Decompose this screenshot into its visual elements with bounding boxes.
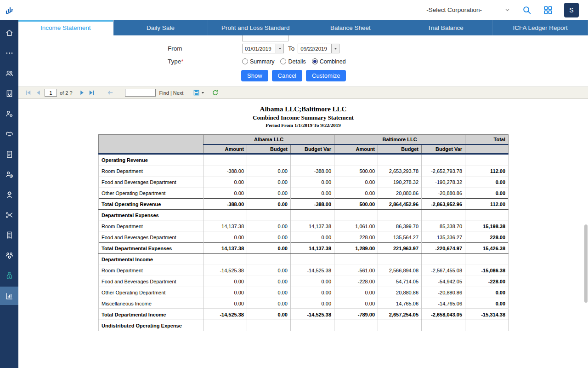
- row-value: [204, 254, 247, 265]
- user-avatar[interactable]: S: [564, 3, 579, 17]
- to-date-select[interactable]: 09/22/2019: [298, 44, 339, 53]
- users-icon: [5, 69, 14, 78]
- main-content: Income StatementDaily SaleProfit and Los…: [18, 20, 588, 368]
- row-label: Operating Revenue: [99, 154, 204, 166]
- row-label: Other Operating Department: [99, 287, 204, 298]
- to-date-value: 09/22/2019: [298, 44, 331, 53]
- sidebar-item-more-dots[interactable]: [0, 44, 18, 62]
- next-link[interactable]: Next: [173, 90, 184, 96]
- cancel-button[interactable]: Cancel: [272, 70, 302, 81]
- radio-label: Summary: [250, 58, 274, 65]
- row-value: -135,336.27: [422, 232, 465, 243]
- sidebar-item-money-bag[interactable]: [0, 266, 18, 285]
- corporation-select[interactable]: -Select Corporation-: [426, 6, 511, 13]
- row-value: [334, 320, 378, 331]
- sidebar-item-users-gear[interactable]: [0, 246, 18, 264]
- row-value: 0.00: [334, 287, 378, 298]
- row-value: [334, 254, 378, 265]
- sidebar-item-document-lines[interactable]: [0, 145, 18, 163]
- show-button[interactable]: Show: [241, 70, 268, 81]
- sidebar-item-bar-chart[interactable]: [0, 287, 18, 305]
- row-value: -20,880.86: [422, 188, 465, 199]
- row-value: 14,137.38: [291, 243, 334, 254]
- partial-dropdown-field[interactable]: [242, 35, 288, 41]
- radio-summary[interactable]: Summary: [242, 58, 274, 65]
- row-value: 0.00: [291, 177, 334, 188]
- refresh-icon[interactable]: [212, 89, 219, 96]
- report-row-room-department: Room Department14,137.380.0014,137.381,0…: [99, 221, 509, 232]
- sidebar-item-user-bulb[interactable]: [0, 185, 18, 204]
- sidebar-item-handshake[interactable]: [0, 125, 18, 143]
- row-value: 0.00: [247, 265, 291, 276]
- row-value: 86,399.70: [378, 221, 422, 232]
- row-total-value: [465, 320, 509, 331]
- tab-daily-sale[interactable]: Daily Sale: [113, 20, 209, 35]
- row-value: [422, 254, 465, 265]
- export-button[interactable]: [193, 89, 205, 96]
- row-value: 500.00: [334, 166, 378, 177]
- sidebar-item-user-dollar[interactable]: [0, 165, 18, 184]
- sidebar-item-users[interactable]: [0, 64, 18, 82]
- row-total-value: 228.00: [465, 232, 509, 243]
- next-page-icon[interactable]: [79, 89, 85, 96]
- report-row-food-and-beverages-department: Food and Beverages Department0.000.000.0…: [99, 232, 509, 243]
- filter-panel: From 01/01/2019 To 09/22/2019 Type* Summ…: [18, 35, 588, 86]
- row-value: 0.00: [247, 287, 291, 298]
- page-number-input[interactable]: [45, 89, 57, 97]
- radio-circle-icon: [280, 58, 286, 64]
- report-row-total-operating-revenue: Total Operating Revenue-388.000.00-388.0…: [99, 199, 509, 210]
- row-value: 190,278.32: [378, 177, 422, 188]
- row-value: [291, 154, 334, 166]
- row-value: -14,525.38: [291, 265, 334, 276]
- tab-income-statement[interactable]: Income Statement: [18, 20, 113, 35]
- back-to-parent-icon[interactable]: [107, 89, 114, 96]
- tab-trial-balance[interactable]: Trial Balance: [398, 20, 493, 35]
- from-date-dropdown-icon[interactable]: [276, 44, 283, 53]
- scrollbar-track[interactable]: [583, 99, 588, 368]
- find-link[interactable]: Find: [159, 90, 169, 96]
- radio-details[interactable]: Details: [280, 58, 305, 65]
- apps-grid-icon[interactable]: [543, 5, 553, 15]
- report-row-departmental-expenses: Departmental Expenses: [99, 210, 509, 221]
- to-date-dropdown-icon[interactable]: [331, 44, 339, 53]
- page-count-label: of 2 ?: [60, 90, 73, 96]
- row-value: -14,525.38: [204, 309, 247, 320]
- report-row-total-departmental-income: Total Departmental Income-14,525.380.00-…: [99, 309, 509, 320]
- radio-combined[interactable]: Combined: [312, 58, 346, 65]
- customize-button[interactable]: Customize: [306, 70, 346, 81]
- first-page-icon[interactable]: [25, 89, 32, 96]
- report-table-head: Albama LLCBaltimore LLCTotalAmountBudget…: [99, 135, 509, 154]
- from-date-select[interactable]: 01/01/2019: [242, 44, 284, 53]
- row-value: [204, 210, 247, 221]
- row-total-value: [465, 210, 509, 221]
- row-value: -2,658,043.05: [422, 309, 465, 320]
- sidebar-item-user-gear[interactable]: [0, 104, 18, 123]
- previous-page-icon[interactable]: [35, 89, 42, 96]
- last-page-icon[interactable]: [88, 89, 95, 96]
- tab-icfa-ledger-report[interactable]: ICFA Ledger Report: [493, 20, 588, 35]
- row-label: Room Department: [99, 166, 204, 177]
- row-value: 0.00: [204, 177, 247, 188]
- tab-balance-sheet[interactable]: Balance Sheet: [303, 20, 398, 35]
- sidebar-item-home[interactable]: [0, 23, 18, 42]
- row-value: 20,880.86: [378, 287, 422, 298]
- radio-label: Combined: [320, 58, 346, 65]
- report-row-food-and-beverages-department: Food and Beverages Department0.000.000.0…: [99, 177, 509, 188]
- report-row-departmental-income: Departmental Income: [99, 254, 509, 265]
- app-logo[interactable]: [0, 0, 18, 20]
- row-value: -388.00: [204, 199, 247, 210]
- sidebar-item-receipt[interactable]: [0, 226, 18, 244]
- row-value: -2,567,455.08: [422, 265, 465, 276]
- search-icon[interactable]: [522, 5, 532, 15]
- find-input[interactable]: [125, 89, 156, 97]
- row-total-value: 0.00: [465, 298, 509, 309]
- row-value: -14,525.38: [291, 309, 334, 320]
- row-value: 0.00: [291, 188, 334, 199]
- scrollbar-thumb[interactable]: [584, 224, 588, 303]
- sidebar-item-scissors[interactable]: [0, 206, 18, 224]
- row-total-value: 0.00: [465, 287, 509, 298]
- row-label: Departmental Expenses: [99, 210, 204, 221]
- radio-label: Details: [288, 58, 305, 65]
- tab-profit-and-loss-standard[interactable]: Profit and Loss Standard: [208, 20, 303, 35]
- sidebar-item-building[interactable]: [0, 84, 18, 103]
